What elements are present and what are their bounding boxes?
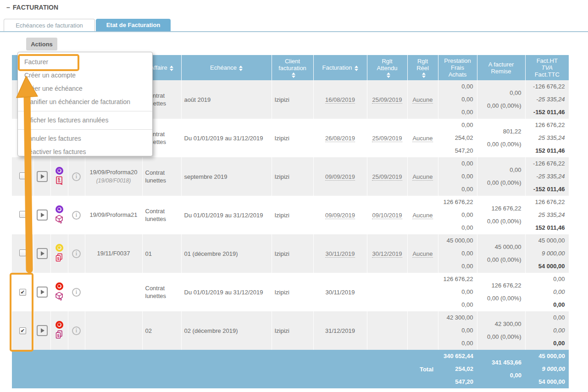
rglt-reel-link[interactable]: Aucune xyxy=(412,135,433,142)
rglt-reel-cell: Aucune xyxy=(407,80,438,119)
info-cell: i xyxy=(68,196,85,234)
status-ring-icon xyxy=(55,205,63,213)
facturation-date-link[interactable]: 09/09/2019 xyxy=(325,173,355,181)
column-header-rglt_reel[interactable]: RgltRéel xyxy=(407,55,438,80)
rglt-attendu-link[interactable]: 25/09/2019 xyxy=(372,96,402,104)
column-header-label: Remise xyxy=(478,68,524,75)
rglt-reel-link[interactable]: Aucune xyxy=(412,212,433,219)
status-stack: $ xyxy=(52,244,67,264)
menu-item-afficher-annulees[interactable]: Afficher les factures annulées xyxy=(18,114,152,127)
sort-up-arrow xyxy=(355,66,358,68)
column-header-label: Client xyxy=(273,58,312,65)
status-cell: $ xyxy=(50,157,68,196)
fact-value: -25 335,24 xyxy=(527,93,565,106)
a-facturer-value: 126 676,22 xyxy=(478,279,521,292)
tab-etat-de-facturation[interactable]: Etat de Facturation xyxy=(96,19,171,31)
facturation-date: 31/12/2019 xyxy=(325,327,355,334)
rglt-reel-link[interactable]: Aucune xyxy=(412,250,433,258)
sort-down-arrow xyxy=(387,76,390,78)
row-checkbox[interactable] xyxy=(19,172,26,179)
echeance-cell: Du 01/01/2019 au 31/12/2019 xyxy=(181,196,272,234)
rglt-reel-link[interactable]: Aucune xyxy=(412,96,433,104)
column-header-prestation: PrestationFraisAchats xyxy=(438,55,477,80)
a-facturer-cell: 0,000,00 (0,00%) xyxy=(477,80,525,119)
collapse-toggle-icon[interactable]: – xyxy=(6,4,10,11)
fact-value: 152 011,46 xyxy=(527,144,565,157)
play-button[interactable] xyxy=(37,171,48,182)
info-icon[interactable]: i xyxy=(72,211,81,220)
info-icon[interactable]: i xyxy=(72,288,81,297)
column-header-facturation[interactable]: Facturation xyxy=(313,55,367,80)
rglt-reel-link[interactable]: Aucune xyxy=(412,173,433,181)
prestation-cell: 0,000,000,00 xyxy=(438,157,477,196)
actions-menu: Facturer Créer un acompte Créer une éché… xyxy=(17,52,153,156)
facturation-date-link[interactable]: 16/08/2019 xyxy=(325,96,355,104)
sort-icon-wrap xyxy=(368,72,406,78)
facture-cell xyxy=(85,273,142,311)
facturation-date-link[interactable]: 26/08/2019 xyxy=(325,135,355,142)
menu-item-planifier-echeancier[interactable]: Planifier un échéancier de facturation xyxy=(18,95,152,109)
row-checkbox[interactable]: ✔ xyxy=(19,289,26,296)
play-button[interactable] xyxy=(37,210,48,221)
fact-value: 126 676,22 xyxy=(527,119,565,132)
fact-value: 126 676,22 xyxy=(527,196,565,209)
fact-value: 0,00 xyxy=(527,273,565,286)
fact-cell: 45 000,009 000,0054 000,00 xyxy=(525,234,569,273)
play-button[interactable] xyxy=(37,287,48,298)
menu-item-reactiver-factures[interactable]: Réactiver les factures xyxy=(18,145,152,159)
info-icon[interactable]: i xyxy=(72,172,81,181)
menu-item-facturer[interactable]: Facturer xyxy=(18,55,152,69)
sort-icon xyxy=(239,66,243,71)
menu-item-annuler-factures[interactable]: Annuler les factures xyxy=(18,132,152,145)
svg-text:$: $ xyxy=(60,297,62,301)
total-label: Total xyxy=(407,350,438,388)
rglt-attendu-link[interactable]: 09/10/2019 xyxy=(372,212,402,219)
menu-item-creer-echeance[interactable]: Créer une échéance xyxy=(18,82,152,95)
status-stack: $ xyxy=(52,321,67,341)
sort-down-arrow xyxy=(355,69,358,71)
play-button[interactable] xyxy=(37,248,48,259)
a-facturer-value: 0,00 xyxy=(478,164,521,177)
status-cell: $ xyxy=(50,273,68,311)
copy-dollar-icon: $ xyxy=(55,253,64,264)
info-icon[interactable]: i xyxy=(72,326,81,335)
row-checkbox[interactable] xyxy=(19,249,26,256)
prestation-value: 0,00 xyxy=(439,119,473,132)
column-header-rglt_attendu[interactable]: RgltAttendu xyxy=(367,55,407,80)
menu-item-creer-acompte[interactable]: Créer un acompte xyxy=(18,69,152,82)
info-cell: i xyxy=(68,273,85,311)
row-checkbox[interactable] xyxy=(19,211,26,218)
info-icon[interactable]: i xyxy=(72,249,81,258)
status-ring-dot xyxy=(58,169,61,172)
rglt-reel-cell: Aucune xyxy=(407,119,438,157)
fact-value: 0,00 xyxy=(527,286,565,298)
play-button[interactable] xyxy=(37,325,48,336)
column-header-client[interactable]: Clientfacturation xyxy=(272,55,313,80)
rglt-attendu-link[interactable]: 25/09/2019 xyxy=(372,173,402,181)
rglt-attendu-link[interactable]: 30/12/2019 xyxy=(372,250,402,258)
facturation-date-link[interactable]: 30/11/2019 xyxy=(325,250,355,258)
sort-icon xyxy=(292,72,295,78)
echeance-cell: 01 (décembre 2019) xyxy=(181,234,272,273)
prestation-value: 0,00 xyxy=(439,221,473,234)
row-checkbox[interactable]: ✔ xyxy=(19,327,26,334)
status-cell: $ xyxy=(50,234,68,273)
facturation-date-link[interactable]: 09/09/2019 xyxy=(325,212,355,219)
a-facturer-cell: 126 676,220,00 (0,00%) xyxy=(477,273,525,311)
prestation-value: 0,00 xyxy=(439,298,473,311)
tab-echeances-de-facturation[interactable]: Echéances de facturation xyxy=(4,19,95,31)
fact-value: -152 011,46 xyxy=(527,183,565,196)
rglt-attendu-link[interactable]: 25/09/2019 xyxy=(372,135,402,142)
status-stack: $ xyxy=(52,205,67,225)
menu-divider xyxy=(18,111,152,111)
checkbox-cell: ✔ xyxy=(12,273,33,311)
fact-cell: 0,000,000,00 xyxy=(525,273,569,311)
checkbox-cell: ✔ xyxy=(12,311,33,350)
svg-text:$: $ xyxy=(58,177,60,182)
fact-value: -25 335,24 xyxy=(527,170,565,183)
column-header-echeance[interactable]: Echéance xyxy=(181,55,272,80)
affaire-cell: Contrat lunettes xyxy=(142,157,181,196)
status-stack: $ xyxy=(52,167,67,187)
actions-button[interactable]: Actions xyxy=(26,38,57,50)
a-facturer-value: 0,00 (0,00%) xyxy=(478,177,521,189)
